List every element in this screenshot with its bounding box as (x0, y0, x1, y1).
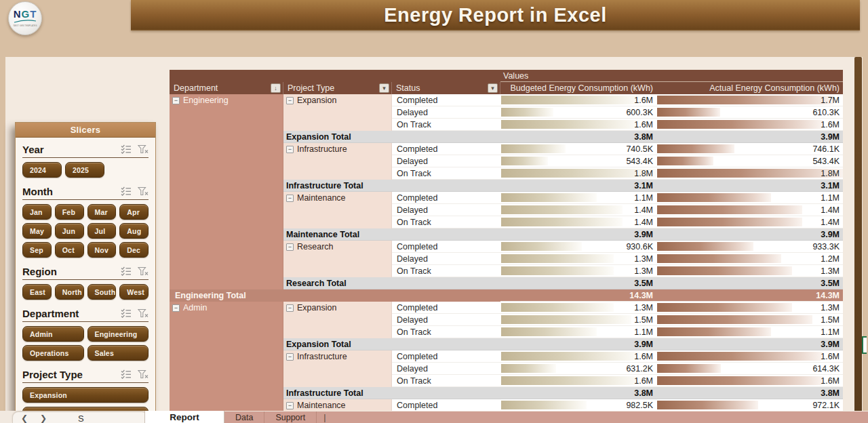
pivot-subtotal-row: Infrastructure Total3.8M3.8M (170, 387, 843, 399)
actual-cell: 543.4K (656, 155, 843, 167)
slicer-button-east[interactable]: East (22, 284, 52, 300)
department-sort-filter-button[interactable]: ↓ (271, 83, 281, 93)
slicer-button-nov[interactable]: Nov (87, 242, 117, 258)
project-type-cell (283, 253, 392, 265)
clear-filter-icon[interactable] (138, 266, 149, 276)
slicer-button-operations[interactable]: Operations (22, 345, 84, 361)
multi-select-icon[interactable] (121, 308, 132, 318)
vertical-scrollbar[interactable] (854, 57, 862, 412)
slicer-button-jul[interactable]: Jul (87, 223, 117, 239)
tab-support[interactable]: Support (264, 411, 317, 423)
slicer-section-region: RegionEastNorthSouthWest (22, 264, 149, 300)
slicer-button-aug[interactable]: Aug (119, 223, 149, 239)
department-cell (170, 106, 283, 119)
actual-cell: 610.3K (656, 106, 843, 119)
clear-filter-icon[interactable] (138, 308, 149, 318)
pivot-data-row: On Track1.4M1.4M (170, 216, 843, 228)
slicer-button-expansion[interactable]: Expansion (22, 387, 149, 403)
status-cell: Delayed (392, 314, 500, 326)
tab-report[interactable]: Report (144, 411, 224, 423)
tab-data[interactable]: Data (224, 411, 264, 423)
column-header-status: Status ▾ (392, 82, 500, 94)
status-cell: Delayed (392, 363, 500, 375)
project-type-filter-button[interactable]: ▾ (379, 83, 389, 93)
department-cell (170, 399, 283, 411)
actual-cell: 933.3K (656, 241, 843, 253)
collapse-button[interactable]: − (286, 353, 294, 361)
slicer-section-title: Region (22, 266, 121, 277)
subtotal-label: Maintenance Total (283, 228, 392, 241)
multi-select-icon[interactable] (121, 144, 132, 154)
slicer-button-dec[interactable]: Dec (119, 242, 149, 258)
pivot-data-row: −MaintenanceCompleted982.5K972.1K (170, 399, 843, 411)
department-cell (170, 204, 283, 216)
slicer-button-mar[interactable]: Mar (87, 204, 117, 220)
budgeted-cell: 1.1M (500, 192, 656, 204)
slicer-button-south[interactable]: South (87, 284, 117, 300)
slicer-button-2025[interactable]: 2025 (65, 162, 104, 178)
pivot-data-row: On Track1.8M1.8M (170, 167, 843, 180)
actual-data-bar (657, 327, 771, 336)
budgeted-cell: 1.3M (500, 302, 656, 314)
slicer-button-admin[interactable]: Admin (22, 326, 84, 342)
collapse-button[interactable]: − (172, 97, 180, 104)
status-cell: On Track (392, 265, 500, 277)
collapse-button[interactable]: − (172, 304, 180, 312)
report-canvas: Slicers Year20242025MonthJanFebMarAprMay… (5, 57, 863, 423)
department-cell (170, 192, 283, 204)
pivot-subtotal-row: Infrastructure Total3.1M3.1M (170, 180, 843, 192)
collapse-button[interactable]: − (286, 304, 294, 312)
budgeted-data-bar (501, 364, 556, 373)
slicer-button-sep[interactable]: Sep (22, 242, 52, 258)
collapse-button[interactable]: − (286, 195, 294, 202)
slicer-section-title: Month (22, 186, 121, 197)
slicer-button-jan[interactable]: Jan (22, 204, 52, 220)
slicer-button-feb[interactable]: Feb (55, 204, 84, 220)
partial-sheet-label: S (78, 412, 84, 423)
project-type-cell: −Expansion (283, 302, 392, 314)
department-cell (170, 253, 283, 265)
clear-filter-icon[interactable] (138, 369, 149, 379)
collapse-button[interactable]: − (286, 402, 294, 409)
collapse-button[interactable]: − (286, 146, 294, 153)
budgeted-data-bar (501, 96, 639, 104)
budgeted-data-bar (501, 242, 582, 251)
project-type-cell (283, 167, 392, 180)
slicer-button-may[interactable]: May (22, 223, 52, 239)
pivot-data-row: −MaintenanceCompleted1.1M1.1M (170, 192, 843, 204)
project-type-cell: −Maintenance (283, 399, 392, 411)
actual-cell: 1.6M (656, 119, 843, 131)
sheet-next-button[interactable]: ❯ (40, 412, 47, 423)
clear-filter-icon[interactable] (138, 144, 149, 154)
clear-filter-icon[interactable] (138, 186, 149, 196)
slicer-button-sales[interactable]: Sales (87, 345, 149, 361)
actual-cell: 1.3M (656, 265, 843, 277)
status-filter-button[interactable]: ▾ (488, 83, 498, 93)
collapse-button[interactable]: − (286, 243, 294, 251)
slicer-button-oct[interactable]: Oct (55, 242, 84, 258)
slicer-button-jun[interactable]: Jun (55, 223, 84, 239)
slicer-button-north[interactable]: North (55, 284, 84, 300)
project-type-cell (283, 155, 392, 167)
slicer-button-engineering[interactable]: Engineering (87, 326, 149, 342)
pivot-subtotal-row: Expansion Total3.9M3.9M (170, 338, 843, 350)
logo-text: NGT (14, 9, 37, 19)
sheet-tab-bar: ❮ ❯ S Report DataSupport| (0, 411, 868, 423)
pivot-data-row: −ResearchCompleted930.6K933.3K (170, 241, 843, 253)
budgeted-cell: 1.4M (500, 204, 656, 216)
project-type-cell (283, 119, 392, 131)
slicer-button-2024[interactable]: 2024 (22, 162, 62, 178)
slicer-button-west[interactable]: West (119, 284, 149, 300)
multi-select-icon[interactable] (121, 266, 132, 276)
pivot-data-row: On Track1.3M1.3M (170, 265, 843, 277)
slicer-section-department: DepartmentAdminEngineeringOperationsSale… (22, 306, 149, 361)
slicer-button-apr[interactable]: Apr (119, 204, 149, 220)
budgeted-data-bar (501, 205, 623, 214)
budgeted-data-bar (501, 254, 614, 263)
department-cell (170, 241, 283, 253)
collapse-button[interactable]: − (286, 97, 294, 104)
pivot-data-row: −InfrastructureCompleted1.6M1.6M (170, 350, 843, 363)
sheet-prev-button[interactable]: ❮ (21, 412, 28, 423)
multi-select-icon[interactable] (121, 186, 132, 196)
multi-select-icon[interactable] (121, 369, 132, 379)
